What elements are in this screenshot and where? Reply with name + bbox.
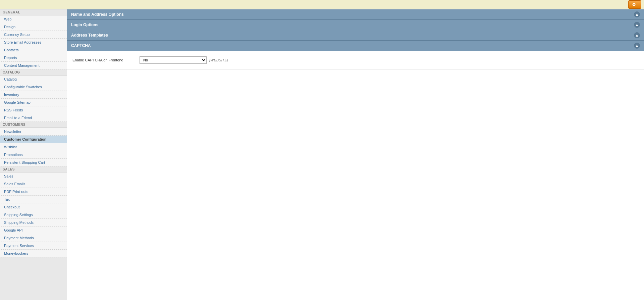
- sidebar-item-shipping-methods[interactable]: Shipping Methods: [0, 219, 67, 227]
- sidebar: GENERALWebDesignCurrency SetupStore Emai…: [0, 9, 67, 300]
- sidebar-item-catalog[interactable]: Catalog: [0, 76, 67, 83]
- sidebar-item-promotions[interactable]: Promotions: [0, 151, 67, 159]
- sidebar-item-store-email-addresses[interactable]: Store Email Addresses: [0, 39, 67, 46]
- section-content-3: Enable CAPTCHA on FrontendNoYes[WEBSITE]: [67, 51, 644, 69]
- sidebar-section-general: GENERAL: [0, 9, 67, 15]
- layout: GENERALWebDesignCurrency SetupStore Emai…: [0, 9, 644, 300]
- field-label-0: Enable CAPTCHA on Frontend: [72, 58, 140, 62]
- sidebar-section-sales: SALES: [0, 166, 67, 172]
- section-header-1[interactable]: Login Options▲: [67, 20, 644, 30]
- sidebar-item-checkout[interactable]: Checkout: [0, 203, 67, 211]
- sidebar-item-reports[interactable]: Reports: [0, 54, 67, 62]
- field-scope-0: [WEBSITE]: [209, 58, 228, 62]
- sidebar-item-payment-services[interactable]: Payment Services: [0, 242, 67, 250]
- section-toggle-1[interactable]: ▲: [634, 22, 640, 28]
- sidebar-item-content-management[interactable]: Content Management: [0, 62, 67, 69]
- top-bar: ⚙: [0, 0, 644, 9]
- sidebar-item-web[interactable]: Web: [0, 15, 67, 23]
- field-select-0[interactable]: NoYes: [140, 56, 207, 64]
- section-toggle-3[interactable]: ▲: [634, 43, 640, 49]
- sidebar-item-rss-feeds[interactable]: RSS Feeds: [0, 106, 67, 114]
- sidebar-section-catalog: CATALOG: [0, 69, 67, 76]
- sidebar-item-customer-configuration[interactable]: Customer Configuration: [0, 136, 67, 143]
- field-control-0: NoYes[WEBSITE]: [140, 56, 228, 64]
- section-title-1: Login Options: [71, 22, 98, 27]
- section-header-3[interactable]: CAPTCHA▲: [67, 41, 644, 51]
- section-title-3: CAPTCHA: [71, 43, 91, 48]
- sidebar-item-google-api[interactable]: Google API: [0, 227, 67, 234]
- sidebar-item-currency-setup[interactable]: Currency Setup: [0, 31, 67, 39]
- sidebar-item-google-sitemap[interactable]: Google Sitemap: [0, 99, 67, 106]
- sidebar-section-customers: CUSTOMERS: [0, 122, 67, 128]
- section-toggle-0[interactable]: ▲: [634, 11, 640, 17]
- sidebar-item-contacts[interactable]: Contacts: [0, 46, 67, 54]
- sidebar-item-inventory[interactable]: Inventory: [0, 91, 67, 99]
- save-icon: ⚙: [632, 2, 636, 7]
- sidebar-item-email-to-a-friend[interactable]: Email to a Friend: [0, 114, 67, 122]
- sidebar-item-pdf-print-outs[interactable]: PDF Print-outs: [0, 188, 67, 196]
- sidebar-item-wishlist[interactable]: Wishlist: [0, 143, 67, 151]
- sidebar-item-design[interactable]: Design: [0, 23, 67, 31]
- sidebar-item-persistent-shopping-cart[interactable]: Persistent Shopping Cart: [0, 159, 67, 166]
- sidebar-item-sales[interactable]: Sales: [0, 172, 67, 180]
- sidebar-item-configurable-swatches[interactable]: Configurable Swatches: [0, 83, 67, 91]
- section-toggle-2[interactable]: ▲: [634, 32, 640, 38]
- sidebar-item-moneybookers[interactable]: Moneybookers: [0, 250, 67, 257]
- sidebar-item-payment-methods[interactable]: Payment Methods: [0, 234, 67, 242]
- save-config-button[interactable]: ⚙: [628, 0, 641, 9]
- form-row-0: Enable CAPTCHA on FrontendNoYes[WEBSITE]: [72, 54, 639, 66]
- sidebar-item-sales-emails[interactable]: Sales Emails: [0, 180, 67, 188]
- section-title-0: Name and Address Options: [71, 12, 124, 17]
- section-header-0[interactable]: Name and Address Options▲: [67, 9, 644, 20]
- sidebar-item-tax[interactable]: Tax: [0, 196, 67, 203]
- sidebar-item-shipping-settings[interactable]: Shipping Settings: [0, 211, 67, 219]
- sidebar-item-newsletter[interactable]: Newsletter: [0, 128, 67, 136]
- section-header-2[interactable]: Address Templates▲: [67, 30, 644, 41]
- section-title-2: Address Templates: [71, 33, 108, 38]
- main-content: Name and Address Options▲Login Options▲A…: [67, 9, 644, 300]
